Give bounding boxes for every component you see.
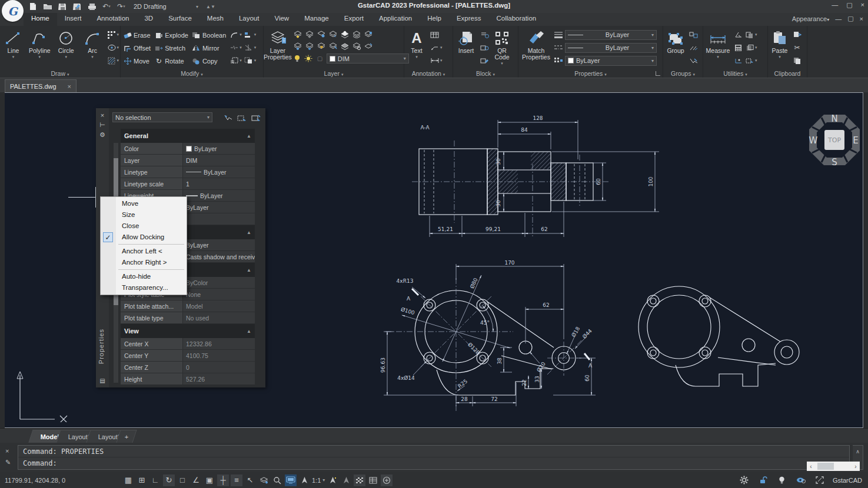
layer-tool-icon[interactable] [328,42,337,50]
layer-lock-icon[interactable]: ▢ [315,55,324,63]
group-edit-tool[interactable] [689,42,698,53]
object-snap-tracking-icon[interactable]: ┼ [217,474,229,486]
menu-item-auto-hide[interactable]: Auto-hide [101,271,187,282]
view-cube-east[interactable]: E [853,135,858,146]
dimension-tool[interactable]: ▾ [430,55,443,66]
command-input-line[interactable]: Command: [18,457,849,469]
property-row-layer[interactable]: Layer DIM [121,155,255,166]
quick-properties-icon[interactable] [367,474,379,486]
ribbon-close-icon[interactable]: × [860,15,863,22]
tab-collaboration[interactable]: Collaboration [488,13,544,26]
tab-insert[interactable]: Insert [57,13,89,26]
polyline-button[interactable]: Polyline▾ [26,27,53,68]
layer-thaw-icon[interactable] [304,55,313,63]
block-define-tool[interactable] [480,55,489,66]
lightbulb-icon[interactable] [776,474,788,486]
section-view[interactable]: View▲ [121,324,255,338]
offset-button[interactable]: Offset [123,44,151,52]
toggle-pickadd-icon[interactable] [222,112,234,124]
layer-tool-icon[interactable] [352,30,361,38]
tab-manage[interactable]: Manage [297,13,337,26]
menu-item-anchor-right[interactable]: Anchor Right > [101,257,187,268]
polar-tracking-icon[interactable]: ↻ [163,474,175,486]
view-cube[interactable]: TOP N W S E [805,109,864,171]
scale-tool[interactable]: ▾ [230,55,242,66]
layer-tool-icon[interactable] [293,42,302,50]
hardware-acceleration-icon[interactable] [285,474,297,486]
appearance-button[interactable]: Appearance▾ [792,15,829,22]
panel-label-annotation[interactable]: Annotation▾ [404,70,453,77]
layer-tool-icon[interactable] [340,30,349,38]
measure-button[interactable]: Measure▾ [703,27,733,68]
close-button[interactable]: × [861,1,864,9]
arc-button[interactable]: Arc▾ [79,27,106,68]
tab-layout[interactable]: Layout [231,13,267,26]
hatch-tool[interactable]: ▾ [107,55,119,66]
menu-item-anchor-left[interactable]: Anchor Left < [101,246,187,257]
property-row-linetype[interactable]: Linetype ByLayer [121,166,255,178]
tab-home[interactable]: Home [24,13,57,26]
panel-label-clipboard[interactable]: Clipboard [768,70,807,77]
panel-label-block[interactable]: Block▾ [453,70,518,77]
layer-tool-icon[interactable] [305,30,314,38]
paste-button[interactable]: Paste▾ [768,27,791,68]
autoscale-icon[interactable] [327,474,338,486]
scroll-up-icon[interactable]: ∧ [856,449,860,454]
layer-tool-icon[interactable] [340,42,349,50]
scrollbar-thumb[interactable] [817,463,834,470]
cut-tool[interactable]: ✂ [793,42,802,53]
unlock-ui-icon[interactable] [757,474,769,486]
panel-label-utilities[interactable]: Utilities▾ [703,70,767,77]
move-button[interactable]: Move [123,57,151,65]
break-tool[interactable]: ▾ [230,42,242,53]
tab-help[interactable]: Help [420,13,449,26]
menu-item-allow-docking[interactable]: ✓ Allow Docking [101,232,187,243]
scroll-left-icon[interactable]: ‹ [807,463,815,470]
fillet-tool[interactable]: ▾ [230,29,242,40]
scale-dropdown-icon[interactable]: ▾ [322,477,325,483]
stretch-button[interactable]: Stretch [154,44,188,52]
property-row-center-x[interactable]: Center X 12332.86 [121,338,255,350]
command-window[interactable]: Command: PROPERTIES Command: [18,445,850,470]
insert-block-button[interactable]: Insert [453,27,479,68]
tab-surface[interactable]: Surface [161,13,199,26]
palette-settings-gear-icon[interactable]: ⚙ [96,131,109,139]
table-tool[interactable] [430,29,443,40]
block-edit-tool[interactable] [480,42,489,53]
object-snap-icon[interactable]: □ [177,474,188,486]
zoom-icon[interactable] [271,474,283,486]
tab-application[interactable]: Application [371,13,420,26]
property-row-height[interactable]: Height 527.26 [121,373,255,385]
layer-selector[interactable]: DIM ▾ [327,54,409,63]
explode-button[interactable]: Explode [154,31,188,39]
tab-export[interactable]: Export [337,13,371,26]
layer-tool-icon[interactable] [328,30,337,38]
match-properties-button[interactable]: Match Properties [518,27,554,68]
layer-tool-icon[interactable] [317,42,325,50]
transparency-toggle-icon[interactable] [354,474,365,486]
menu-item-close[interactable]: Close [101,220,187,232]
property-row-center-y[interactable]: Center Y 4100.75 [121,350,255,362]
selection-cycling-icon[interactable]: ↖ [244,474,256,486]
tab-mesh[interactable]: Mesh [199,13,231,26]
lineweight-selector[interactable]: ByLayer▾ [565,30,657,40]
array-tool[interactable]: ▾ [244,55,257,66]
copy-base-tool[interactable]: ▾ [745,29,757,40]
scroll-right-icon[interactable]: › [852,463,860,470]
calculator-tool[interactable] [734,42,743,53]
panel-label-properties[interactable]: Properties▾ [518,70,663,77]
snap-reference-icon[interactable]: ▣ [204,474,215,486]
select-objects-icon[interactable] [236,112,248,124]
layer-tool-icon[interactable] [352,42,361,50]
panel-label-modify[interactable]: Modify▾ [121,70,263,77]
group-button[interactable]: Group [663,27,688,68]
dialog-launcher-icon[interactable] [656,71,660,76]
layer-properties-button[interactable]: Layer Properties [264,27,292,68]
property-row-center-z[interactable]: Center Z 0 [121,362,255,373]
tab-view[interactable]: View [267,13,297,26]
lineweight-display-icon[interactable]: ≡ [231,474,242,486]
ribbon-minimize-icon[interactable]: — [835,15,842,22]
layer-on-icon[interactable] [293,55,302,63]
object-isolate-eye-icon[interactable] [795,474,807,486]
command-edit-icon[interactable]: ✎ [5,459,11,466]
